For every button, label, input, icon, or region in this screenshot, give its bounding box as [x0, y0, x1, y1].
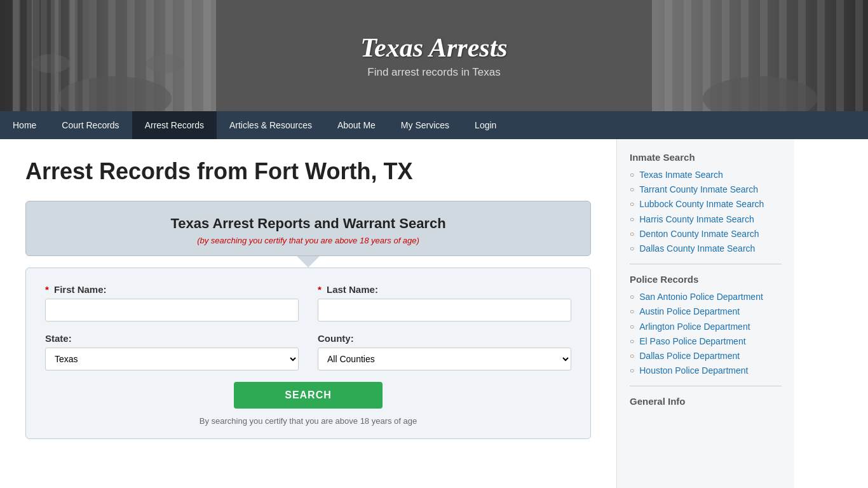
- county-label: County:: [318, 333, 571, 344]
- nav-login[interactable]: Login: [462, 111, 509, 139]
- nav-articles[interactable]: Articles & Resources: [217, 111, 325, 139]
- last-name-input[interactable]: [318, 299, 571, 322]
- state-select[interactable]: Texas: [45, 348, 299, 370]
- list-item: Lubbock County Inmate Search: [630, 198, 782, 210]
- list-item: Denton County Inmate Search: [630, 228, 782, 240]
- svg-rect-1: [13, 0, 20, 111]
- sidebar-divider-1: [630, 264, 782, 264]
- last-name-required: *: [318, 284, 322, 295]
- site-title: Texas Arrests: [360, 32, 507, 63]
- bars-right: [652, 0, 868, 111]
- county-group: County: All Counties: [318, 333, 571, 370]
- bars-left: [0, 0, 216, 111]
- svg-rect-16: [665, 0, 672, 111]
- state-label: State:: [45, 333, 299, 344]
- inmate-link-2[interactable]: Lubbock County Inmate Search: [639, 198, 764, 210]
- search-button[interactable]: SEARCH: [234, 382, 383, 409]
- inmate-link-4[interactable]: Denton County Inmate Search: [639, 228, 759, 240]
- svg-rect-25: [836, 0, 844, 111]
- inmate-link-5[interactable]: Dallas County Inmate Search: [639, 243, 755, 254]
- svg-point-13: [32, 54, 70, 73]
- police-link-1[interactable]: Austin Police Department: [639, 306, 740, 317]
- inmate-search-list: Texas Inmate Search Tarrant County Inmat…: [630, 169, 782, 254]
- list-item: Texas Inmate Search: [630, 169, 782, 180]
- police-records-list: San Antonio Police Department Austin Pol…: [630, 291, 782, 376]
- list-item: Austin Police Department: [630, 306, 782, 317]
- list-item: Dallas County Inmate Search: [630, 243, 782, 254]
- svg-rect-2: [32, 0, 39, 111]
- main-content: Arrest Records from Fort Worth, TX Texas…: [0, 139, 616, 488]
- first-name-required: *: [45, 284, 49, 295]
- svg-rect-10: [184, 0, 192, 111]
- police-link-3[interactable]: El Paso Police Department: [639, 336, 745, 347]
- header-title-area: Texas Arrests Find arrest records in Tex…: [360, 32, 507, 79]
- search-heading: Texas Arrest Reports and Warrant Search: [39, 215, 578, 232]
- page-header: Texas Arrests Find arrest records in Tex…: [0, 0, 868, 111]
- nav-about[interactable]: About Me: [325, 111, 388, 139]
- inmate-link-1[interactable]: Tarrant County Inmate Search: [639, 184, 758, 195]
- last-name-group: * Last Name:: [318, 284, 571, 322]
- police-records-title: Police Records: [630, 274, 782, 285]
- search-form-box: * First Name: * Last Name: State:: [25, 268, 591, 439]
- nav-arrest-records[interactable]: Arrest Records: [132, 111, 217, 139]
- page-title: Arrest Records from Fort Worth, TX: [25, 158, 591, 185]
- list-item: San Antonio Police Department: [630, 291, 782, 302]
- nav-services[interactable]: My Services: [388, 111, 462, 139]
- first-name-input[interactable]: [45, 299, 299, 322]
- main-nav: Home Court Records Arrest Records Articl…: [0, 111, 868, 139]
- certify-text: By searching you certify that you are ab…: [45, 416, 571, 426]
- svg-rect-24: [817, 0, 825, 111]
- nav-court-records[interactable]: Court Records: [49, 111, 132, 139]
- police-link-2[interactable]: Arlington Police Department: [639, 321, 750, 332]
- list-item: Tarrant County Inmate Search: [630, 184, 782, 195]
- general-info-title: General Info: [630, 396, 782, 407]
- svg-rect-17: [684, 0, 691, 111]
- police-link-4[interactable]: Dallas Police Department: [639, 350, 740, 362]
- site-subtitle: Find arrest records in Texas: [360, 66, 507, 79]
- search-header-box: Texas Arrest Reports and Warrant Search …: [25, 201, 591, 256]
- inmate-search-title: Inmate Search: [630, 152, 782, 163]
- location-row: State: Texas County: All Counties: [45, 333, 571, 370]
- main-layout: Arrest Records from Fort Worth, TX Texas…: [0, 139, 868, 488]
- name-row: * First Name: * Last Name:: [45, 284, 571, 322]
- state-group: State: Texas: [45, 333, 299, 370]
- police-link-5[interactable]: Houston Police Department: [639, 365, 748, 376]
- list-item: Arlington Police Department: [630, 321, 782, 332]
- svg-point-14: [146, 54, 184, 73]
- sidebar-divider-2: [630, 386, 782, 386]
- age-notice: (by searching you certify that you are a…: [39, 236, 578, 245]
- svg-rect-11: [203, 0, 211, 111]
- inmate-link-0[interactable]: Texas Inmate Search: [639, 169, 723, 180]
- first-name-label: * First Name:: [45, 284, 299, 295]
- chevron-container: [25, 256, 591, 268]
- county-select[interactable]: All Counties: [318, 348, 571, 370]
- last-name-label: * Last Name:: [318, 284, 571, 295]
- svg-rect-26: [855, 0, 863, 111]
- first-name-group: * First Name:: [45, 284, 299, 322]
- sidebar: Inmate Search Texas Inmate Search Tarran…: [616, 139, 794, 488]
- list-item: Houston Police Department: [630, 365, 782, 376]
- chevron-down-icon: [297, 256, 320, 268]
- list-item: Harris County Inmate Search: [630, 214, 782, 225]
- list-item: Dallas Police Department: [630, 350, 782, 362]
- nav-home[interactable]: Home: [0, 111, 49, 139]
- search-btn-row: SEARCH: [45, 382, 571, 409]
- inmate-link-3[interactable]: Harris County Inmate Search: [639, 214, 754, 225]
- list-item: El Paso Police Department: [630, 336, 782, 347]
- police-link-0[interactable]: San Antonio Police Department: [639, 291, 763, 302]
